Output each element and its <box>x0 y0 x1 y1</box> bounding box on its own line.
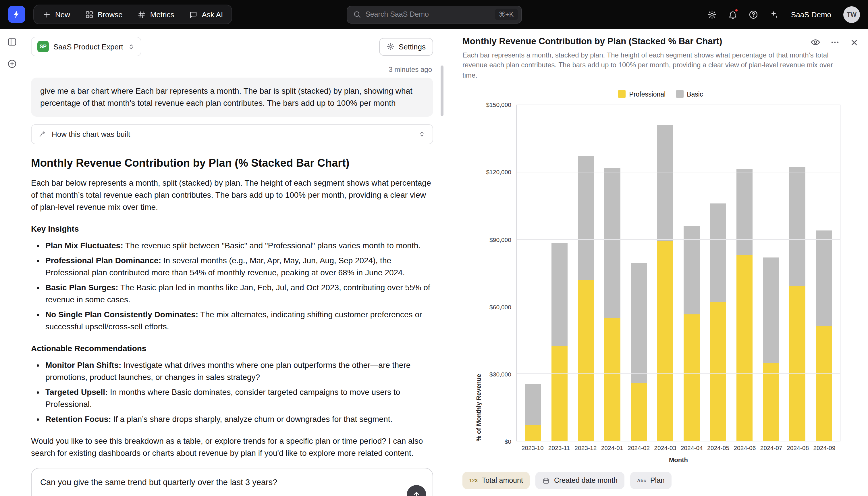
professional-segment[interactable] <box>710 302 726 441</box>
nav-new[interactable]: New <box>35 5 78 24</box>
topbar-right: SaaS Demo TW <box>707 6 860 23</box>
basic-segment[interactable] <box>525 384 541 425</box>
nav-browse[interactable]: Browse <box>78 5 130 24</box>
bar-2024-06[interactable] <box>731 105 758 441</box>
agent-avatar: SP <box>37 41 49 52</box>
professional-segment[interactable] <box>789 285 805 441</box>
main-area: SP SaaS Product Expert Settings 3 minute… <box>0 29 868 496</box>
toggle-sidebar-button[interactable] <box>7 37 17 47</box>
chat-header: SP SaaS Product Expert Settings <box>31 37 433 56</box>
close-panel-button[interactable] <box>850 37 859 47</box>
professional-segment[interactable] <box>630 383 647 441</box>
bar-2024-02[interactable] <box>626 105 652 441</box>
basic-segment[interactable] <box>710 204 726 302</box>
nav-metrics[interactable]: Metrics <box>130 5 182 24</box>
chart-subtitle: Each bar represents a month, stacked by … <box>463 50 839 80</box>
global-search[interactable]: ⌘+K <box>347 5 521 23</box>
sidebar-icon <box>7 37 17 47</box>
preview-button[interactable] <box>810 37 820 47</box>
ai-sparkles-button[interactable] <box>769 10 779 19</box>
professional-segment[interactable] <box>551 346 567 441</box>
bar-2024-09[interactable] <box>810 105 837 441</box>
recommendations-heading: Actionable Recommendations <box>31 344 433 353</box>
bar-2024-07[interactable] <box>758 105 784 441</box>
number-field-icon: 123 <box>469 478 478 483</box>
app-window: New Browse Metrics Ask AI ⌘+K <box>0 0 868 496</box>
y-tick-label: $0 <box>505 438 511 445</box>
thread-settings-button[interactable]: Settings <box>379 38 433 56</box>
app-logo[interactable] <box>8 6 25 23</box>
bar-2024-08[interactable] <box>784 105 810 441</box>
composer-input[interactable]: Can you give the same trend but quarterl… <box>32 468 433 496</box>
bar-2024-01[interactable] <box>599 105 626 441</box>
professional-segment[interactable] <box>683 314 700 441</box>
help-button[interactable] <box>749 10 758 19</box>
field-chip-label: Total amount <box>482 477 523 484</box>
basic-segment[interactable] <box>736 169 753 255</box>
search-input[interactable] <box>365 10 490 18</box>
professional-segment[interactable] <box>816 326 832 441</box>
basic-segment[interactable] <box>578 156 594 280</box>
y-tick-label: $60,000 <box>489 303 511 310</box>
ellipsis-icon <box>830 37 840 47</box>
left-rail <box>0 29 24 496</box>
nav-browse-label: Browse <box>98 10 123 19</box>
chat-scrollbar[interactable] <box>440 65 444 116</box>
field-chip-plan[interactable]: Abc Plan <box>630 472 672 489</box>
bar-2023-11[interactable] <box>546 105 573 441</box>
basic-segment[interactable] <box>604 168 621 318</box>
professional-segment[interactable] <box>604 318 621 441</box>
workspace-name[interactable]: SaaS Demo <box>791 10 831 19</box>
basic-segment[interactable] <box>657 125 673 241</box>
basic-segment[interactable] <box>762 258 779 363</box>
notifications-button[interactable] <box>728 10 738 19</box>
hash-icon <box>138 10 146 19</box>
primary-nav: New Browse Metrics Ask AI <box>33 4 232 24</box>
professional-segment[interactable] <box>736 255 753 441</box>
professional-segment[interactable] <box>657 241 673 441</box>
bar-2024-05[interactable] <box>705 105 731 441</box>
gear-icon <box>387 43 395 50</box>
list-item: Retention Focus: If a plan’s share drops… <box>45 413 433 425</box>
bars-container <box>517 105 840 441</box>
chart-build-icon <box>38 130 47 138</box>
string-field-icon: Abc <box>637 478 646 483</box>
agent-selector[interactable]: SP SaaS Product Expert <box>31 37 142 56</box>
professional-segment[interactable] <box>578 280 594 441</box>
arrow-up-icon <box>412 490 421 496</box>
y-tick-label: $90,000 <box>489 236 511 243</box>
x-tick-label: 2023-12 <box>573 444 599 451</box>
bar-2024-04[interactable] <box>678 105 705 441</box>
gridline <box>517 239 840 239</box>
lightning-bolt-icon <box>12 10 21 19</box>
message-composer: Can you give the same trend but quarterl… <box>31 468 433 496</box>
new-thread-button[interactable] <box>7 59 17 69</box>
chat-icon <box>189 10 198 19</box>
how-built-label: How this chart was built <box>52 130 130 139</box>
basic-segment[interactable] <box>630 263 647 383</box>
basic-segment[interactable] <box>816 231 832 326</box>
professional-segment[interactable] <box>762 363 779 441</box>
settings-gear-button[interactable] <box>707 10 717 19</box>
nav-metrics-label: Metrics <box>150 10 174 19</box>
more-options-button[interactable] <box>830 37 840 47</box>
professional-segment[interactable] <box>525 425 541 441</box>
response-closing: Would you like to see this breakdown as … <box>31 435 433 459</box>
field-chip-label: Created date month <box>554 477 617 484</box>
basic-segment[interactable] <box>551 243 567 346</box>
bar-2024-03[interactable] <box>652 105 678 441</box>
field-chip-total-amount[interactable]: 123 Total amount <box>463 472 530 489</box>
legend-item-basic[interactable]: Basic <box>676 90 703 98</box>
bar-2023-10[interactable] <box>520 105 546 441</box>
user-avatar[interactable]: TW <box>843 6 860 23</box>
chart-title: Monthly Revenue Contribution by Plan (St… <box>463 36 803 47</box>
search-shortcut: ⌘+K <box>495 9 518 20</box>
nav-ask-ai[interactable]: Ask AI <box>182 5 231 24</box>
how-chart-built-expander[interactable]: How this chart was built <box>31 124 433 144</box>
legend-item-professional[interactable]: Professional <box>618 90 666 98</box>
bar-2023-12[interactable] <box>573 105 599 441</box>
basic-segment[interactable] <box>789 167 805 285</box>
field-chip-created-date-month[interactable]: Created date month <box>536 472 624 489</box>
close-icon <box>850 38 859 47</box>
response-title: Monthly Revenue Contribution by Plan (% … <box>31 157 433 170</box>
